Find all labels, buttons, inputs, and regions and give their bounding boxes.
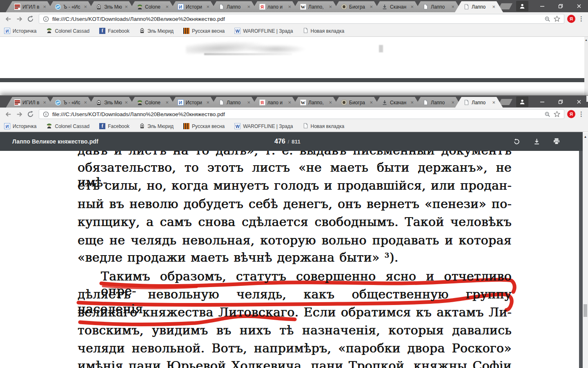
chrome-menu-button[interactable]: ⋮ xyxy=(578,113,584,115)
bookmark-item[interactable]: Эль Мюрид xyxy=(139,123,174,130)
tab-close-icon[interactable]: × xyxy=(84,4,87,9)
page-info-icon[interactable] xyxy=(43,111,49,117)
tab-close-icon[interactable]: × xyxy=(370,100,373,105)
tab-close-icon[interactable]: × xyxy=(288,4,291,9)
scroll-up-icon[interactable]: ▲ xyxy=(583,135,588,139)
browser-tab[interactable]: Ялапо и× xyxy=(251,1,299,12)
browser-tab[interactable]: Эль Мю× xyxy=(87,1,136,12)
restore-button[interactable] xyxy=(551,96,570,108)
browser-tab[interactable]: Эль Мю× xyxy=(87,97,136,108)
tab-close-icon[interactable]: × xyxy=(288,100,291,105)
browser-tab[interactable]: Биогра× xyxy=(332,1,381,12)
close-button[interactable] xyxy=(570,0,588,12)
tab-close-icon[interactable]: × xyxy=(206,100,209,105)
browser-tab[interactable]: Colone× xyxy=(128,1,176,12)
tab-close-icon[interactable]: × xyxy=(206,4,209,9)
url-text[interactable]: file:///C:/Users/KOT/Downloads/Лаппо%20В… xyxy=(52,111,541,117)
address-bar[interactable]: file:///C:/Users/KOT/Downloads/Лаппо%20В… xyxy=(39,14,564,24)
download-button[interactable] xyxy=(533,138,540,145)
bookmark-item[interactable]: WWAROFFLINE | Зрада xyxy=(234,28,293,34)
tab-close-icon[interactable]: × xyxy=(247,100,250,105)
tab-close-icon[interactable]: × xyxy=(165,100,169,105)
tab-close-icon[interactable]: × xyxy=(492,4,495,9)
url-text[interactable]: file:///C:/Users/KOT/Downloads/Лаппо%20В… xyxy=(52,16,541,22)
tab-close-icon[interactable]: × xyxy=(43,100,46,105)
bookmark-item[interactable]: Русская весна xyxy=(183,28,225,34)
close-button[interactable] xyxy=(570,96,588,108)
rotate-button[interactable] xyxy=(513,138,520,145)
scrollbar[interactable]: ▲ xyxy=(584,37,588,95)
minimize-button[interactable] xyxy=(533,0,551,12)
scrollbar[interactable]: ▲ xyxy=(583,133,588,368)
reload-button[interactable] xyxy=(26,110,34,118)
restore-button[interactable] xyxy=(551,0,570,12)
minimize-button[interactable] xyxy=(533,96,551,108)
bookmark-item[interactable]: Эль Мюрид xyxy=(139,27,174,35)
browser-tab[interactable]: Ялапо и× xyxy=(251,97,299,108)
tab-close-icon[interactable]: × xyxy=(125,4,128,9)
tab-close-icon[interactable]: × xyxy=(84,100,87,105)
bookmark-item[interactable]: Colonel Cassad xyxy=(46,27,89,35)
browser-tab[interactable]: ИИстори× xyxy=(169,1,217,12)
browser-tab[interactable]: Биогра× xyxy=(332,97,381,108)
browser-tab[interactable]: Лаппо× xyxy=(414,1,462,12)
bookmark-item[interactable]: Новая вкладка xyxy=(303,27,345,35)
browser-tab[interactable]: Лаппо× xyxy=(414,97,462,108)
profile-button[interactable] xyxy=(516,96,528,107)
yandex-extension-icon[interactable]: Я xyxy=(567,110,575,118)
tab-close-icon[interactable]: × xyxy=(43,4,46,9)
browser-tab[interactable]: Ъ - «Ис× xyxy=(47,1,95,12)
page-indicator[interactable]: 476 / 811 xyxy=(274,138,301,145)
browser-tab-active[interactable]: Лаппо× xyxy=(455,1,503,12)
browser-tab[interactable]: Скачан× xyxy=(373,97,421,108)
tab-close-icon[interactable]: × xyxy=(492,100,495,105)
tab-close-icon[interactable]: × xyxy=(247,4,250,9)
tab-close-icon[interactable]: × xyxy=(451,4,454,9)
browser-tab[interactable]: Скачан× xyxy=(373,1,421,12)
browser-tab[interactable]: Ъ - «Ис× xyxy=(47,97,95,108)
forward-button[interactable] xyxy=(15,110,23,118)
yandex-extension-icon[interactable]: Я xyxy=(567,15,575,23)
profile-button[interactable] xyxy=(516,1,528,11)
bookmark-item[interactable]: Новая вкладка xyxy=(303,123,345,130)
browser-tab[interactable]: ИИстори× xyxy=(169,97,217,108)
back-button[interactable] xyxy=(4,110,12,118)
tab-close-icon[interactable]: × xyxy=(410,100,414,105)
page-info-icon[interactable] xyxy=(43,16,49,22)
tab-close-icon[interactable]: × xyxy=(125,100,128,105)
scrollbar-thumb[interactable] xyxy=(584,304,587,317)
browser-tab-active[interactable]: Лаппо× xyxy=(455,97,503,108)
browser-tab[interactable]: ИГИЛ в× xyxy=(6,1,54,12)
browser-tab[interactable]: Лаппо× xyxy=(210,97,258,108)
address-bar[interactable]: file:///C:/Users/KOT/Downloads/Лаппо%20В… xyxy=(39,109,564,119)
zoom-out-icon[interactable] xyxy=(544,111,550,117)
bookmark-item[interactable]: ИИсторичка xyxy=(4,123,36,129)
tab-close-icon[interactable]: × xyxy=(165,4,169,9)
browser-tab[interactable]: ИГИЛ в× xyxy=(6,97,54,108)
browser-tab[interactable]: WЛаппо,× xyxy=(292,97,340,108)
tab-close-icon[interactable]: × xyxy=(370,4,373,9)
zoom-out-icon[interactable] xyxy=(544,16,550,22)
reload-button[interactable] xyxy=(26,15,34,23)
bookmark-item[interactable]: Русская весна xyxy=(183,123,225,129)
back-button[interactable] xyxy=(4,15,12,23)
scroll-up-icon[interactable]: ▲ xyxy=(584,38,588,41)
bookmark-star-icon[interactable] xyxy=(554,16,560,22)
tab-close-icon[interactable]: × xyxy=(451,100,454,105)
pdf-viewport[interactable]: давъ и листъ на то далъ», т. е. выдавъ п… xyxy=(0,151,583,368)
browser-tab[interactable]: Colone× xyxy=(128,97,176,108)
current-page[interactable]: 476 xyxy=(274,138,285,145)
tab-close-icon[interactable]: × xyxy=(329,4,332,9)
tab-close-icon[interactable]: × xyxy=(410,4,414,9)
bookmark-star-icon[interactable] xyxy=(554,111,560,117)
bookmark-item[interactable]: Colonel Cassad xyxy=(46,123,89,130)
tab-close-icon[interactable]: × xyxy=(329,100,332,105)
bookmark-item[interactable]: ИИсторичка xyxy=(4,28,36,34)
print-button[interactable] xyxy=(553,138,560,145)
browser-tab[interactable]: Лаппо× xyxy=(210,1,258,12)
browser-tab[interactable]: WЛаппо,× xyxy=(292,1,340,12)
bookmark-item[interactable]: fFacebook xyxy=(99,123,129,129)
bookmark-item[interactable]: fFacebook xyxy=(99,28,129,34)
chrome-menu-button[interactable]: ⋮ xyxy=(578,18,584,20)
bookmark-item[interactable]: WWAROFFLINE | Зрада xyxy=(234,123,293,129)
